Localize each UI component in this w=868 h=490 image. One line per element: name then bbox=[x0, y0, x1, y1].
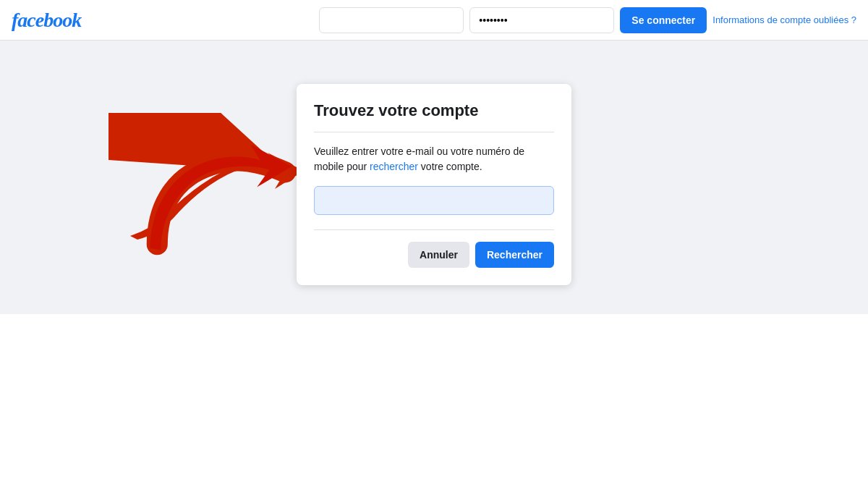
red-arrow-graphic bbox=[109, 113, 311, 258]
account-search-input[interactable] bbox=[314, 186, 554, 215]
modal-title: Trouvez votre compte bbox=[314, 101, 554, 120]
header: facebook Se connecter Informations de co… bbox=[0, 0, 868, 41]
white-bottom-section bbox=[0, 314, 868, 490]
search-button[interactable]: Rechercher bbox=[475, 242, 554, 268]
modal-desc-highlight: rechercher bbox=[370, 161, 418, 172]
password-input[interactable] bbox=[469, 7, 614, 33]
arrow-svg bbox=[109, 113, 311, 258]
arrow-svg2 bbox=[109, 113, 311, 258]
find-account-modal: Trouvez votre compte Veuillez entrer vot… bbox=[297, 84, 571, 285]
login-button[interactable]: Se connecter bbox=[620, 7, 707, 33]
forgot-account-link[interactable]: Informations de compte oubliées ? bbox=[712, 14, 856, 25]
header-logo-area: facebook bbox=[12, 9, 81, 32]
cancel-button[interactable]: Annuler bbox=[408, 242, 469, 268]
header-auth-area: Se connecter Informations de compte oubl… bbox=[319, 7, 856, 33]
modal-divider bbox=[314, 132, 554, 132]
modal-desc-text2: votre compte. bbox=[418, 161, 482, 172]
main-content: Trouvez votre compte Veuillez entrer vot… bbox=[0, 41, 868, 314]
modal-actions: Annuler Rechercher bbox=[314, 229, 554, 268]
arrow-annotation bbox=[109, 113, 311, 258]
modal-description: Veuillez entrer votre e-mail ou votre nu… bbox=[314, 144, 554, 174]
email-input[interactable] bbox=[319, 7, 464, 33]
facebook-logo: facebook bbox=[12, 9, 81, 31]
